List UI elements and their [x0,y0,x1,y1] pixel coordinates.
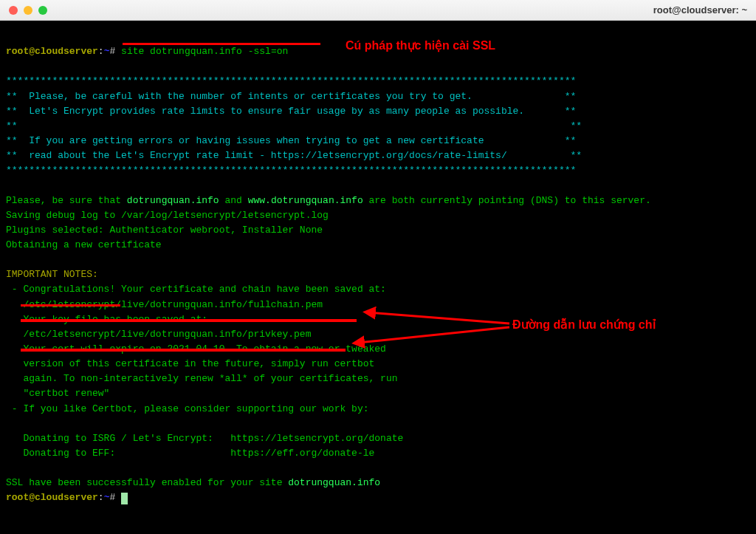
terminal-body[interactable]: root@cloudserver:~# site dotrungquan.inf… [0,21,756,534]
certbot-log-1: Saving debug log to /var/log/letsencrypt… [6,210,329,221]
underline-congrats [21,304,120,307]
prompt-colon: : [98,46,104,57]
command-text: site dotrungquan.info -ssl=on [121,46,288,57]
notes-line-3: again. To non-interactively renew *all* … [6,373,398,384]
cert-path-2: /etc/letsencrypt/live/dotrungquan.info/p… [6,329,311,340]
dns-text-a: Please, be sure that [6,195,127,206]
svg-line-1 [358,327,509,343]
donate-line-1: Donating to ISRG / Let's Encrypt: https:… [6,433,403,444]
box-line-4: ** If you are getting errors or having i… [6,135,576,146]
donate-header: - If you like Certbot, please consider s… [6,403,368,414]
box-line-5: ** read about the Let's Encrypt rate lim… [6,150,582,161]
notes-line-4: "certbot renew" [6,388,109,399]
donate-line-2: Donating to EFF: https://eff.org/donate-… [6,448,374,459]
terminal-window: root@cloudserver: ~ root@cloudserver:~# … [0,0,756,534]
dns-text-b: and [219,195,248,206]
important-notes-header: IMPORTANT NOTES: [6,269,98,280]
box-line-2: ** Let's Encrypt provides rate limits to… [6,106,576,117]
minimize-icon[interactable] [24,6,32,15]
annotation-command: Cú pháp thực hiện cài SSL [346,37,495,55]
dns-text-c: are both currently pointing (DNS) to thi… [363,195,651,206]
cursor [121,493,128,504]
window-title: root@cloudserver: ~ [653,4,747,16]
footer-domain: dotrungquan.info [288,477,380,488]
prompt-user-host: root@cloudserver [6,46,98,57]
close-icon[interactable] [9,6,18,15]
box-border: ****************************************… [6,75,576,86]
traffic-lights [9,6,47,15]
box-border-bottom: ****************************************… [6,165,576,176]
underline-path1 [21,319,357,322]
certbot-log-2: Plugins selected: Authenticator webroot,… [6,225,323,236]
annotation-paths: Đường dẫn lưu chứng chỉ [512,316,656,335]
underline-command [123,43,320,45]
prompt-user-host-2: root@cloudserver [6,492,98,503]
notes-line-2: version of this certificate in the futur… [6,358,374,369]
certbot-log-3: Obtaining a new certificate [6,239,162,250]
svg-line-0 [369,312,509,324]
box-line-3: ** ** [6,120,582,131]
underline-path2 [21,349,346,352]
titlebar: root@cloudserver: ~ [0,0,756,21]
box-line-1: ** Please, be careful with the number of… [6,91,576,102]
congrats-line: - Congratulations! Your certificate and … [6,284,386,295]
dns-domain-1: dotrungquan.info [127,195,219,206]
zoom-icon[interactable] [38,6,47,15]
dns-domain-2: www.dotrungquan.info [248,195,363,206]
footer-text: SSL have been successfully enabled for y… [6,477,288,488]
